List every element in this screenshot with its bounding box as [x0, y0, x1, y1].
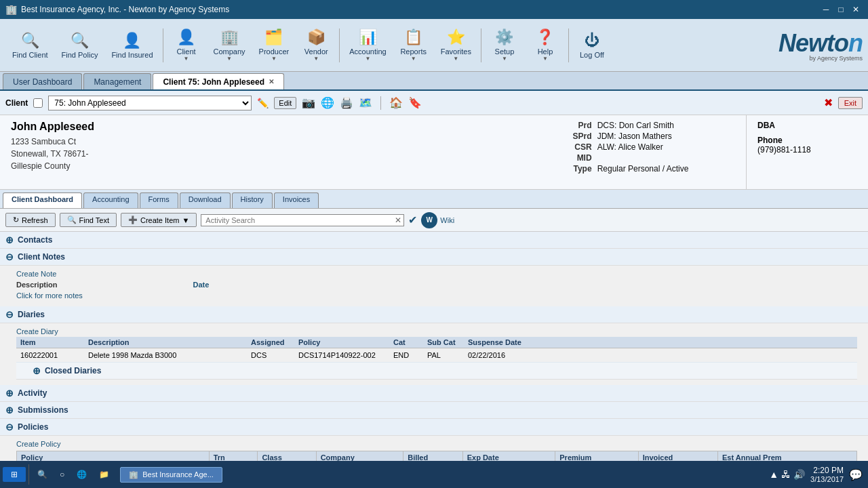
taskbar-explorer[interactable]: 📁 — [94, 467, 115, 482]
tab-user-dashboard[interactable]: User Dashboard — [3, 73, 82, 89]
toolbar-setup[interactable]: ⚙️ Setup ▼ — [484, 26, 525, 64]
taskbar-sep — [28, 464, 29, 485]
activity-search-wrap: ✕ — [201, 214, 404, 226]
phone-value: (979)881-1118 — [757, 145, 857, 155]
setup-icon: ⚙️ — [495, 28, 513, 46]
action-bar: ↻ Refresh 🔍 Find Text ➕ Create Item ▼ ✕ … — [0, 209, 868, 232]
tray-network-icon[interactable]: 🖧 — [781, 469, 791, 480]
policies-section-header[interactable]: ⊖ Policies — [0, 419, 868, 436]
activity-section-header[interactable]: ⊕ Activity — [0, 385, 868, 402]
click-more-notes-link[interactable]: Click for more notes — [16, 291, 857, 300]
client-notes-body: Create Note Description Date Click for m… — [0, 266, 868, 306]
taskbar-search[interactable]: 🔍 — [32, 467, 53, 482]
edit-icon[interactable]: ✏️ — [257, 98, 269, 108]
create-policy-link[interactable]: Create Policy — [16, 440, 857, 448]
find-policy-icon: 🔍 — [71, 32, 89, 49]
find-client-icon: 🔍 — [21, 32, 39, 49]
map-icon[interactable]: 🗺️ — [359, 96, 372, 109]
toolbar-find-policy[interactable]: 🔍 Find Policy — [55, 29, 105, 62]
start-button[interactable]: ⊞ — [3, 467, 26, 482]
toolbar-find-client[interactable]: 🔍 Find Client — [5, 29, 55, 62]
refresh-button[interactable]: ↻ Refresh — [5, 213, 56, 227]
submissions-section-header[interactable]: ⊕ Submissions — [0, 402, 868, 419]
bookmark-icon[interactable]: 🔖 — [408, 96, 422, 109]
photo-icon[interactable]: 📷 — [302, 96, 315, 109]
notes-description-header: Description — [16, 281, 58, 289]
check-icon[interactable]: ✔ — [408, 214, 417, 226]
toolbar-vendor[interactable]: 📦 Vendor ▼ — [296, 26, 336, 64]
diary-suspense-value: 02/22/2016 — [464, 350, 532, 361]
clock[interactable]: 2:20 PM 3/13/2017 — [810, 466, 844, 483]
diaries-section-header[interactable]: ⊖ Diaries — [0, 306, 868, 323]
search-clear-icon[interactable]: ✕ — [395, 216, 401, 225]
submissions-toggle-icon: ⊕ — [5, 405, 14, 415]
logo-area: Newton by Agency Systems — [778, 29, 863, 62]
subtab-client-dashboard[interactable]: Client Dashboard — [3, 192, 82, 208]
subtab-download[interactable]: Download — [180, 192, 231, 208]
home-icon[interactable]: 🏠 — [389, 96, 403, 109]
find-text-button[interactable]: 🔍 Find Text — [60, 213, 117, 227]
toolbar-find-insured[interactable]: 👤 Find Insured — [104, 29, 159, 62]
refresh-icon: ↻ — [13, 216, 19, 224]
client-meta: Prd DCS: Don Carl Smith SPrd JDM: Jason … — [515, 115, 746, 189]
create-note-link[interactable]: Create Note — [16, 270, 857, 278]
toolbar-company[interactable]: 🏢 Company ▼ — [207, 26, 252, 64]
taskbar-cortana[interactable]: ○ — [54, 467, 70, 482]
taskbar-right: ▲ 🖧 🔊 2:20 PM 3/13/2017 💬 — [769, 466, 863, 483]
toolbar-producer[interactable]: 🗂️ Producer ▼ — [252, 26, 296, 64]
client-address: 1233 Sambuca Ct Stonewall, TX 78671- Gil… — [11, 136, 505, 172]
diary-row[interactable]: 160222001 Delete 1998 Mazda B3000 DCS DC… — [16, 348, 857, 363]
tab-close-icon[interactable]: ✕ — [269, 78, 274, 85]
tab-management[interactable]: Management — [83, 73, 151, 89]
activity-search-input[interactable] — [201, 214, 404, 226]
toolbar: 🔍 Find Client 🔍 Find Policy 👤 Find Insur… — [0, 19, 868, 72]
notifications-icon[interactable]: 💬 — [849, 468, 863, 481]
activity-toggle-icon: ⊕ — [5, 388, 14, 399]
subtab-history[interactable]: History — [232, 192, 273, 208]
subtab-forms[interactable]: Forms — [140, 192, 178, 208]
contacts-section-header[interactable]: ⊕ Contacts — [0, 232, 868, 249]
toolbar-client[interactable]: 👤 Client ▼ — [166, 26, 207, 64]
toolbar-accounting[interactable]: 📊 Accounting ▼ — [342, 26, 393, 64]
toolbar-favorites[interactable]: ⭐ Favorites ▼ — [434, 26, 478, 64]
diary-col-assigned: Assigned — [247, 337, 294, 348]
maximize-button[interactable]: □ — [834, 3, 848, 16]
client-dba-phone: DBA Phone (979)881-1118 — [746, 115, 868, 189]
type-label: Type — [526, 164, 592, 174]
toolbar-help[interactable]: ❓ Help ▼ — [525, 26, 566, 64]
edit-button[interactable]: Edit — [274, 97, 296, 109]
favorites-dropdown-arrow: ▼ — [453, 56, 458, 62]
subtab-accounting[interactable]: Accounting — [83, 192, 138, 208]
create-diary-link[interactable]: Create Diary — [16, 327, 857, 336]
exit-icon[interactable]: ✖ — [824, 96, 833, 109]
print-icon[interactable]: 🖨️ — [340, 96, 353, 109]
tab-bar: User Dashboard Management Client 75: Joh… — [0, 72, 868, 91]
dba-label: DBA — [757, 121, 857, 130]
toolbar-separator-3 — [481, 28, 481, 62]
subtab-invoices[interactable]: Invoices — [274, 192, 319, 208]
submissions-title: Submissions — [18, 405, 68, 415]
tray-volume-icon[interactable]: 🔊 — [793, 469, 805, 480]
tray-icon-1[interactable]: ▲ — [769, 469, 778, 480]
client-detail: John Appleseed 1233 Sambuca Ct Stonewall… — [0, 115, 868, 190]
tab-client-75[interactable]: Client 75: John Appleseed ✕ — [153, 73, 284, 89]
contacts-title: Contacts — [18, 235, 52, 245]
closed-diaries-header[interactable]: ⊕ Closed Diaries — [16, 363, 857, 380]
client-notes-section-header[interactable]: ⊖ Client Notes — [0, 249, 868, 266]
toolbar-logoff[interactable]: ⏻ Log Off — [572, 29, 612, 62]
exit-button[interactable]: Exit — [838, 97, 863, 109]
favorites-icon: ⭐ — [447, 28, 465, 46]
create-item-button[interactable]: ➕ Create Item ▼ — [121, 213, 197, 227]
minimize-button[interactable]: ─ — [819, 3, 833, 16]
client-dropdown[interactable]: 75: John Appleseed — [48, 96, 252, 110]
taskbar-ie[interactable]: 🌐 — [71, 467, 92, 482]
close-button[interactable]: ✕ — [849, 3, 863, 16]
toolbar-reports[interactable]: 📋 Reports ▼ — [393, 26, 434, 64]
client-checkbox[interactable] — [33, 98, 43, 108]
taskbar-app-item[interactable]: 🏢 Best Insurance Age... — [120, 467, 222, 483]
client-notes-title: Client Notes — [18, 252, 65, 262]
wiki-button[interactable]: W Wiki — [421, 212, 454, 228]
diary-col-item: Item — [16, 337, 84, 348]
client-label: Client — [5, 98, 28, 108]
web-icon[interactable]: 🌐 — [321, 96, 334, 109]
